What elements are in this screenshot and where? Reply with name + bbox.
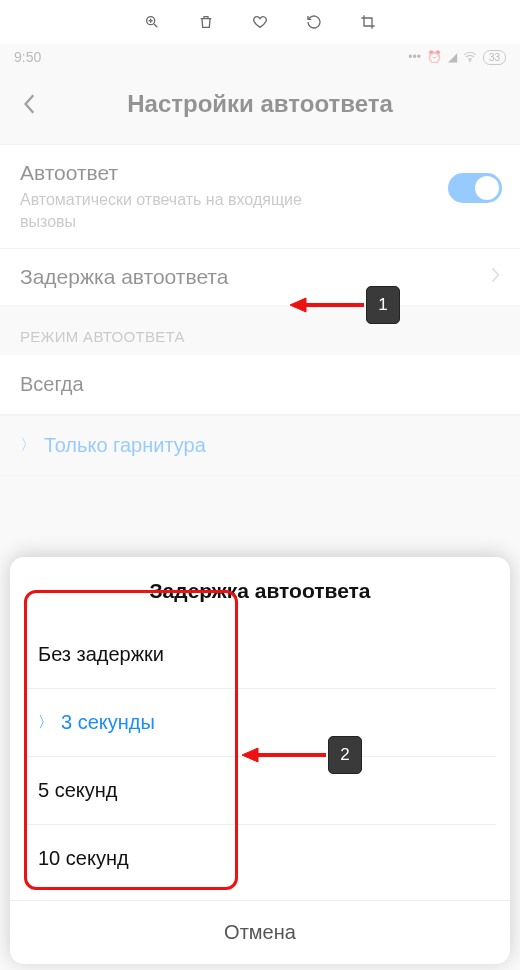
- phone-screen: 9:50 ••• ⏰ ◢ 33 Настройки автоответа Авт…: [0, 44, 520, 970]
- autoanswer-row[interactable]: Автоответ Автоматически отвечать на вход…: [0, 144, 520, 249]
- dots-icon: •••: [408, 50, 421, 64]
- zoom-icon[interactable]: [143, 13, 161, 31]
- chevron-right-icon: 〉: [38, 713, 53, 732]
- delay-row[interactable]: Задержка автоответа: [0, 249, 520, 306]
- delay-title: Задержка автоответа: [20, 265, 228, 289]
- sheet-option-label: 5 секунд: [38, 779, 118, 802]
- status-bar: 9:50 ••• ⏰ ◢ 33: [0, 44, 520, 70]
- mode-headset-label: Только гарнитура: [44, 434, 206, 457]
- sheet-option-label: 3 секунды: [61, 711, 155, 734]
- wifi-icon: [463, 50, 477, 65]
- sheet-option-3s[interactable]: 〉 3 секунды: [24, 689, 496, 757]
- rotate-icon[interactable]: [305, 13, 323, 31]
- status-time: 9:50: [14, 49, 41, 65]
- sheet-option-10s[interactable]: 10 секунд: [24, 825, 496, 892]
- crop-icon[interactable]: [359, 13, 377, 31]
- sheet-title: Задержка автоответа: [10, 557, 510, 621]
- sheet-option-label: 10 секунд: [38, 847, 129, 870]
- delay-sheet: Задержка автоответа Без задержки 〉 3 сек…: [10, 557, 510, 964]
- battery-icon: 33: [483, 50, 506, 65]
- chevron-right-icon: [490, 266, 500, 288]
- autoanswer-subtitle: Автоматически отвечать на входящие вызов…: [20, 189, 360, 232]
- page-header: Настройки автоответа: [0, 70, 520, 138]
- autoanswer-title: Автоответ: [20, 161, 500, 185]
- sheet-cancel-button[interactable]: Отмена: [10, 900, 510, 960]
- status-right: ••• ⏰ ◢ 33: [408, 50, 506, 65]
- alarm-icon: ⏰: [427, 50, 442, 64]
- svg-line-1: [154, 24, 157, 27]
- mode-section-label: РЕЖИМ АВТООТВЕТА: [0, 306, 520, 355]
- sheet-option-label: Без задержки: [38, 643, 164, 666]
- svg-point-4: [469, 60, 470, 61]
- mode-headset-row[interactable]: 〉 Только гарнитура: [0, 415, 520, 476]
- chevron-right-icon: 〉: [20, 435, 36, 456]
- editor-toolbar: [0, 0, 520, 44]
- signal-icon: ◢: [448, 50, 457, 64]
- heart-icon[interactable]: [251, 13, 269, 31]
- autoanswer-toggle[interactable]: [448, 173, 502, 203]
- page-title: Настройки автоответа: [16, 90, 504, 118]
- sheet-list: Без задержки 〉 3 секунды 5 секунд 10 сек…: [24, 621, 496, 892]
- trash-icon[interactable]: [197, 13, 215, 31]
- sheet-option-5s[interactable]: 5 секунд: [24, 757, 496, 825]
- sheet-option-no-delay[interactable]: Без задержки: [24, 621, 496, 689]
- mode-always-row[interactable]: Всегда: [0, 355, 520, 415]
- mode-always-label: Всегда: [20, 373, 84, 396]
